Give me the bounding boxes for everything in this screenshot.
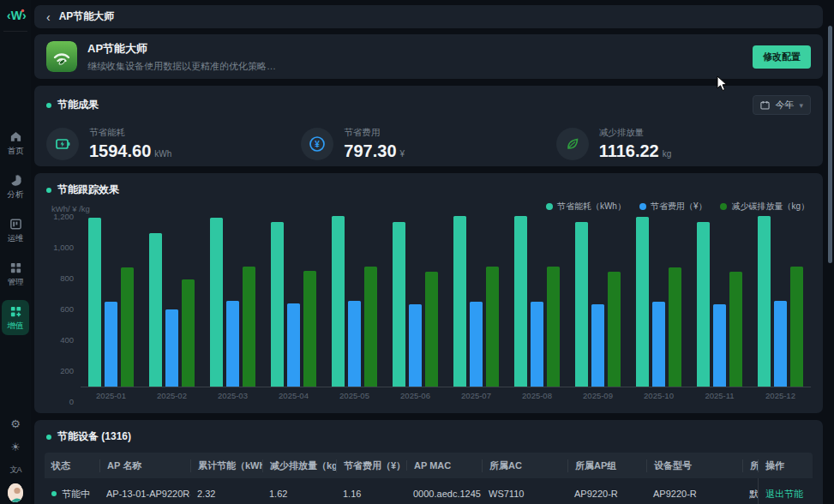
grid-icon bbox=[9, 261, 22, 274]
stat-label: 减少排放量 bbox=[599, 127, 672, 139]
y-tick-label: 1,000 bbox=[53, 242, 74, 251]
bar bbox=[165, 309, 178, 387]
x-axis-labels: 2025-012025-022025-032025-042025-052025-… bbox=[81, 387, 811, 401]
column-header-设备型号: 设备型号 bbox=[646, 459, 742, 472]
bar bbox=[271, 222, 284, 387]
table-cell: AP9220-R bbox=[646, 489, 742, 499]
table-cell: 0000.aedc.1245 bbox=[406, 489, 482, 499]
y-tick-label: 800 bbox=[60, 273, 74, 282]
legend-dot bbox=[720, 203, 727, 210]
bar bbox=[149, 233, 162, 387]
legend-item[interactable]: 节省费用（¥） bbox=[639, 201, 707, 213]
app-header-card: AP节能大师 继续收集设备使用数据以更精准的优化策略… 修改配置 bbox=[34, 34, 823, 79]
battery-bolt-icon bbox=[46, 128, 79, 160]
x-tick-label: 2025-08 bbox=[507, 387, 567, 401]
x-tick-label: 2025-01 bbox=[81, 387, 141, 401]
results-card: 节能成果 今年 ▾ 节省能耗1594.60kWh¥节省费用797.30¥减少排放… bbox=[34, 86, 823, 166]
svg-text:¥: ¥ bbox=[315, 140, 321, 149]
results-title: 节能成果 bbox=[57, 98, 747, 112]
modify-config-button[interactable]: 修改配置 bbox=[753, 45, 811, 69]
x-tick-label: 2025-06 bbox=[385, 387, 446, 401]
period-selector[interactable]: 今年 ▾ bbox=[753, 95, 811, 115]
bar bbox=[697, 222, 710, 387]
y-tick-label: 200 bbox=[60, 366, 74, 375]
devices-table: 状态AP 名称累计节能（kWh）减少排放量（kg）节省费用（¥）AP MAC所属… bbox=[45, 453, 813, 504]
chart-legend: 节省能耗（kWh）节省费用（¥）减少碳排放量（kg） bbox=[546, 201, 809, 213]
sidebar-item-label: 分析 bbox=[8, 189, 24, 201]
stat-unit: kg bbox=[663, 149, 672, 159]
section-bullet bbox=[46, 188, 51, 193]
bar bbox=[470, 302, 483, 387]
vertical-scrollbar[interactable] bbox=[828, 26, 832, 263]
bar bbox=[243, 267, 255, 387]
app-energy-master-page: { "brand": {"logo_mark": "W", "logo_dot_… bbox=[0, 0, 834, 504]
column-header-AP MAC: AP MAC bbox=[406, 460, 482, 471]
leaf-icon bbox=[556, 128, 589, 160]
status-dot bbox=[51, 491, 57, 496]
bar bbox=[287, 303, 300, 387]
x-tick-label: 2025-05 bbox=[324, 387, 385, 401]
bar bbox=[453, 216, 466, 387]
app-header-texts: AP节能大师 继续收集设备使用数据以更精准的优化策略… bbox=[87, 41, 753, 73]
section-bullet bbox=[46, 435, 51, 440]
chevron-down-icon: ▾ bbox=[799, 101, 803, 110]
sidebar-item-增值[interactable]: 增值 bbox=[2, 300, 29, 335]
bar-group-2025-03 bbox=[202, 216, 263, 387]
sidebar-item-分析[interactable]: 分析 bbox=[2, 169, 29, 204]
bar bbox=[547, 267, 560, 387]
status-label: 节能中 bbox=[62, 489, 90, 499]
brand-logo[interactable]: ‹W› bbox=[3, 3, 27, 27]
bar-group-2025-05 bbox=[324, 216, 385, 387]
column-header-状态: 状态 bbox=[45, 459, 99, 472]
bar bbox=[409, 304, 422, 387]
avatar[interactable] bbox=[8, 485, 23, 501]
pie-chart-icon bbox=[9, 173, 22, 187]
calendar-icon bbox=[760, 100, 770, 110]
sidebar-item-运维[interactable]: 运维 bbox=[2, 213, 29, 248]
x-tick-label: 2025-04 bbox=[263, 387, 324, 401]
column-header-所在场所: 所在场所 bbox=[742, 459, 758, 472]
language-icon[interactable]: 文A bbox=[8, 462, 23, 477]
column-header-操作: 操作 bbox=[758, 459, 813, 472]
exit-energy-saving-link[interactable]: 退出节能 bbox=[765, 488, 803, 501]
legend-dot bbox=[639, 203, 646, 210]
bar bbox=[636, 217, 649, 387]
bar-chart: 1,2001,0008006004002000 2025-012025-0220… bbox=[46, 216, 811, 401]
legend-item[interactable]: 节省能耗（kWh） bbox=[546, 201, 626, 213]
sidebar-item-管理[interactable]: 管理 bbox=[2, 256, 29, 291]
sun-icon[interactable]: ☀ bbox=[8, 439, 23, 454]
status-cell: 节能中 bbox=[45, 488, 99, 501]
stat-unit: ¥ bbox=[400, 149, 405, 159]
stat-label: 节省费用 bbox=[344, 127, 405, 139]
table-cell: 1.16 bbox=[336, 489, 406, 499]
sidebar-item-首页[interactable]: 首页 bbox=[2, 125, 29, 160]
legend-label: 节省能耗（kWh） bbox=[557, 201, 626, 213]
divider bbox=[3, 31, 27, 32]
x-tick-label: 2025-11 bbox=[689, 387, 750, 401]
sidebar-item-label: 增值 bbox=[8, 321, 24, 332]
bar bbox=[182, 279, 195, 387]
x-tick-label: 2025-09 bbox=[567, 387, 628, 401]
bar-group-2025-12 bbox=[750, 216, 811, 387]
bar-group-2025-09 bbox=[567, 216, 628, 387]
bar bbox=[758, 216, 771, 387]
bar-group-2025-06 bbox=[385, 216, 446, 387]
sidebar-item-label: 运维 bbox=[8, 233, 24, 244]
tracking-card: 节能跟踪效果 kWh/ ¥ /kg 节省能耗（kWh）节省费用（¥）减少碳排放量… bbox=[34, 173, 823, 413]
bar bbox=[514, 216, 527, 387]
stat-value: 1116.22kg bbox=[599, 141, 672, 161]
y-tick-label: 1,200 bbox=[53, 212, 74, 221]
action-cell: 退出节能 bbox=[758, 478, 813, 504]
table-row[interactable]: 节能中AP-13-01-AP9220R-ZML2.321.621.160000.… bbox=[45, 478, 813, 504]
gear-icon[interactable]: ⚙ bbox=[8, 416, 23, 431]
home-icon bbox=[9, 129, 22, 143]
section-bullet bbox=[46, 103, 51, 108]
bar bbox=[348, 301, 361, 387]
back-icon[interactable]: ‹ bbox=[46, 11, 51, 23]
bar bbox=[332, 216, 345, 387]
sidebar: ‹W› 首页分析运维管理增值 ⚙☀文A bbox=[0, 0, 31, 504]
bar-group-2025-10 bbox=[628, 216, 689, 387]
sidebar-bottom: ⚙☀文A bbox=[0, 416, 31, 501]
table-cell: 默认站点 bbox=[742, 488, 758, 501]
legend-item[interactable]: 减少碳排放量（kg） bbox=[720, 201, 809, 213]
